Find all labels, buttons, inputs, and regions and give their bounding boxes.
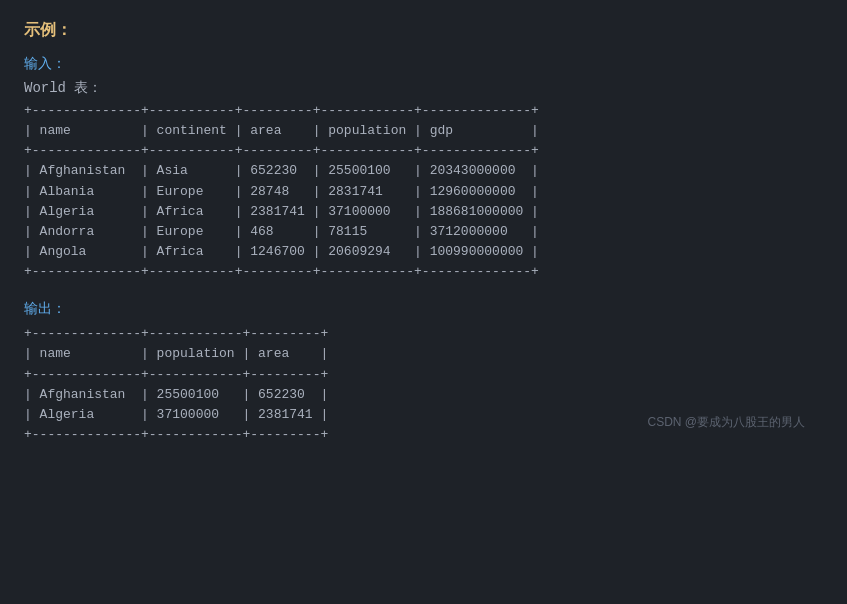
input-label: 输入：	[24, 55, 823, 73]
world-table-label: World 表：	[24, 79, 823, 97]
page-title: 示例：	[24, 20, 823, 41]
watermark: CSDN @要成为八股王的男人	[647, 414, 805, 431]
input-table: +--------------+-----------+---------+--…	[24, 101, 823, 282]
output-label: 输出：	[24, 300, 823, 318]
